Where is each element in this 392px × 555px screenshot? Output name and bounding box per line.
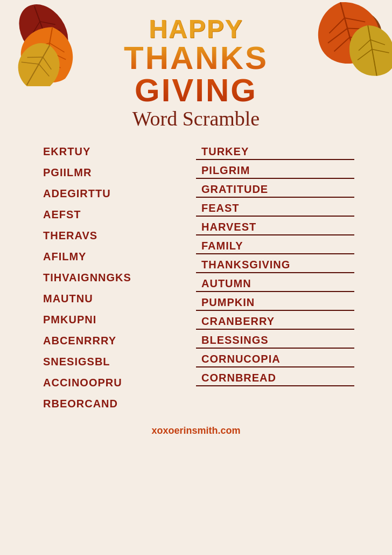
answer-item: FAMILY [196,235,354,254]
leaf-decoration-right [306,0,392,86]
answer-item: THANKSGIVING [196,254,354,273]
scramble-item: PMKUPNI [38,309,196,330]
scramble-item: ADEGIRTTU [38,183,196,204]
answer-item: GRATITUDE [196,179,354,198]
answer-item: HARVEST [196,217,354,235]
scramble-item: AEFST [38,204,196,225]
website-label: xoxoerinsmith.com [151,425,240,436]
answer-item: PUMPKIN [196,292,354,311]
answer-item: CORNUCOPIA [196,349,354,367]
word-grid: EKRTUYPGIILMRADEGIRTTUAEFSTTHERAVSAFILMY… [22,141,370,414]
leaf-decoration-left [0,0,86,86]
footer: xoxoerinsmith.com [22,425,370,436]
scramble-column: EKRTUYPGIILMRADEGIRTTUAEFSTTHERAVSAFILMY… [38,141,196,414]
answer-item: FEAST [196,198,354,217]
answer-item: TURKEY [196,141,354,160]
answer-item: CORNBREAD [196,367,354,386]
scramble-item: ACCINOOPRU [38,372,196,393]
page: HAPPY THANKS GIVING Word Scramble EKRTUY… [0,0,392,555]
scramble-item: PGIILMR [38,162,196,183]
scramble-item: RBEORCAND [38,393,196,414]
answer-item: AUTUMN [196,273,354,292]
scramble-item: SNESIGSBL [38,351,196,372]
answer-item: BLESSINGS [196,330,354,349]
answer-item: CRANBERRY [196,311,354,330]
scramble-item: AFILMY [38,246,196,267]
scramble-item: ABCENRRRY [38,330,196,351]
scramble-item: EKRTUY [38,141,196,162]
scramble-item: THERAVS [38,225,196,246]
answer-item: PILGRIM [196,160,354,179]
scramble-item: TIHVAIGNNGKS [38,267,196,288]
answer-column: TURKEYPILGRIMGRATITUDEFEASTHARVESTFAMILY… [196,141,354,414]
page-subtitle: Word Scramble [22,107,370,130]
scramble-item: MAUTNU [38,288,196,309]
